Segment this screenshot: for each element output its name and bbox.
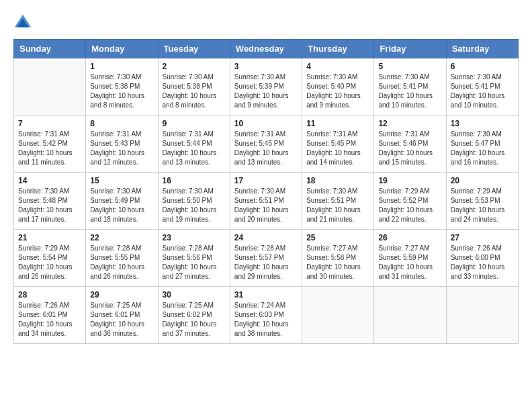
day-cell: 26Sunrise: 7:27 AMSunset: 5:59 PMDayligh… (374, 230, 446, 287)
day-number: 28 (18, 290, 81, 300)
day-cell: 27Sunrise: 7:26 AMSunset: 6:00 PMDayligh… (446, 230, 518, 287)
day-info: Sunrise: 7:31 AMSunset: 5:44 PMDaylight:… (163, 130, 226, 167)
dow-sunday: Sunday (14, 40, 86, 58)
day-number: 30 (163, 290, 226, 300)
day-cell: 2Sunrise: 7:30 AMSunset: 5:38 PMDaylight… (158, 58, 230, 116)
week-row-1: 1Sunrise: 7:30 AMSunset: 5:38 PMDaylight… (14, 58, 519, 116)
day-number: 25 (306, 233, 369, 242)
week-row-5: 28Sunrise: 7:26 AMSunset: 6:01 PMDayligh… (14, 287, 519, 344)
day-cell: 29Sunrise: 7:25 AMSunset: 6:01 PMDayligh… (86, 287, 158, 344)
day-number: 12 (378, 119, 441, 128)
day-cell: 28Sunrise: 7:26 AMSunset: 6:01 PMDayligh… (14, 287, 86, 344)
day-number: 6 (451, 62, 514, 71)
day-cell: 5Sunrise: 7:30 AMSunset: 5:41 PMDaylight… (374, 58, 446, 116)
day-info: Sunrise: 7:30 AMSunset: 5:50 PMDaylight:… (163, 187, 226, 224)
day-number: 24 (234, 233, 298, 242)
day-info: Sunrise: 7:29 AMSunset: 5:52 PMDaylight:… (378, 187, 441, 224)
day-number: 7 (18, 119, 81, 128)
logo (13, 13, 35, 32)
day-cell: 14Sunrise: 7:30 AMSunset: 5:48 PMDayligh… (14, 173, 86, 230)
day-info: Sunrise: 7:25 AMSunset: 6:01 PMDaylight:… (90, 301, 153, 338)
day-cell: 24Sunrise: 7:28 AMSunset: 5:57 PMDayligh… (230, 230, 302, 287)
day-number: 21 (18, 233, 81, 242)
page-header (13, 13, 519, 32)
dow-wednesday: Wednesday (230, 40, 302, 58)
dow-monday: Monday (86, 40, 158, 58)
day-cell: 30Sunrise: 7:25 AMSunset: 6:02 PMDayligh… (158, 287, 230, 344)
days-of-week-header: SundayMondayTuesdayWednesdayThursdayFrid… (14, 40, 519, 58)
day-cell: 1Sunrise: 7:30 AMSunset: 5:38 PMDaylight… (86, 58, 158, 116)
calendar-body: 1Sunrise: 7:30 AMSunset: 5:38 PMDaylight… (14, 58, 519, 344)
day-cell: 10Sunrise: 7:31 AMSunset: 5:45 PMDayligh… (230, 116, 302, 173)
day-cell: 12Sunrise: 7:31 AMSunset: 5:46 PMDayligh… (374, 116, 446, 173)
day-info: Sunrise: 7:30 AMSunset: 5:51 PMDaylight:… (306, 187, 369, 224)
day-number: 15 (90, 176, 153, 185)
day-cell: 18Sunrise: 7:30 AMSunset: 5:51 PMDayligh… (302, 173, 374, 230)
day-cell: 25Sunrise: 7:27 AMSunset: 5:58 PMDayligh… (302, 230, 374, 287)
day-info: Sunrise: 7:30 AMSunset: 5:41 PMDaylight:… (451, 73, 514, 110)
day-cell: 3Sunrise: 7:30 AMSunset: 5:39 PMDaylight… (230, 58, 302, 116)
calendar-table: SundayMondayTuesdayWednesdayThursdayFrid… (13, 39, 519, 344)
day-cell (446, 287, 518, 344)
dow-friday: Friday (374, 40, 446, 58)
day-cell: 19Sunrise: 7:29 AMSunset: 5:52 PMDayligh… (374, 173, 446, 230)
day-number: 16 (163, 176, 226, 185)
week-row-3: 14Sunrise: 7:30 AMSunset: 5:48 PMDayligh… (14, 173, 519, 230)
day-cell: 23Sunrise: 7:28 AMSunset: 5:56 PMDayligh… (158, 230, 230, 287)
day-info: Sunrise: 7:31 AMSunset: 5:46 PMDaylight:… (378, 130, 441, 167)
day-cell: 22Sunrise: 7:28 AMSunset: 5:55 PMDayligh… (86, 230, 158, 287)
day-info: Sunrise: 7:24 AMSunset: 6:03 PMDaylight:… (234, 301, 298, 338)
day-info: Sunrise: 7:29 AMSunset: 5:54 PMDaylight:… (18, 244, 81, 281)
day-info: Sunrise: 7:30 AMSunset: 5:41 PMDaylight:… (378, 73, 441, 110)
day-cell: 8Sunrise: 7:31 AMSunset: 5:43 PMDaylight… (86, 116, 158, 173)
day-info: Sunrise: 7:30 AMSunset: 5:51 PMDaylight:… (234, 187, 298, 224)
day-info: Sunrise: 7:30 AMSunset: 5:38 PMDaylight:… (163, 73, 226, 110)
day-info: Sunrise: 7:31 AMSunset: 5:45 PMDaylight:… (234, 130, 298, 167)
day-info: Sunrise: 7:30 AMSunset: 5:49 PMDaylight:… (90, 187, 153, 224)
day-number: 13 (451, 119, 514, 128)
day-info: Sunrise: 7:26 AMSunset: 6:00 PMDaylight:… (451, 244, 514, 281)
day-cell: 7Sunrise: 7:31 AMSunset: 5:42 PMDaylight… (14, 116, 86, 173)
day-number: 10 (234, 119, 298, 128)
week-row-4: 21Sunrise: 7:29 AMSunset: 5:54 PMDayligh… (14, 230, 519, 287)
day-info: Sunrise: 7:30 AMSunset: 5:47 PMDaylight:… (451, 130, 514, 167)
day-cell: 20Sunrise: 7:29 AMSunset: 5:53 PMDayligh… (446, 173, 518, 230)
day-info: Sunrise: 7:30 AMSunset: 5:39 PMDaylight:… (234, 73, 298, 110)
day-cell: 4Sunrise: 7:30 AMSunset: 5:40 PMDaylight… (302, 58, 374, 116)
day-info: Sunrise: 7:31 AMSunset: 5:43 PMDaylight:… (90, 130, 153, 167)
day-cell (302, 287, 374, 344)
day-number: 20 (451, 176, 514, 185)
day-info: Sunrise: 7:30 AMSunset: 5:48 PMDaylight:… (18, 187, 81, 224)
day-cell: 6Sunrise: 7:30 AMSunset: 5:41 PMDaylight… (446, 58, 518, 116)
day-number: 26 (378, 233, 441, 242)
day-number: 3 (234, 62, 298, 71)
day-number: 23 (163, 233, 226, 242)
day-cell: 11Sunrise: 7:31 AMSunset: 5:45 PMDayligh… (302, 116, 374, 173)
day-info: Sunrise: 7:31 AMSunset: 5:45 PMDaylight:… (306, 130, 369, 167)
day-number: 31 (234, 290, 298, 300)
day-number: 27 (451, 233, 514, 242)
day-number: 18 (306, 176, 369, 185)
day-info: Sunrise: 7:27 AMSunset: 5:58 PMDaylight:… (306, 244, 369, 281)
day-cell: 17Sunrise: 7:30 AMSunset: 5:51 PMDayligh… (230, 173, 302, 230)
day-cell: 15Sunrise: 7:30 AMSunset: 5:49 PMDayligh… (86, 173, 158, 230)
day-number: 22 (90, 233, 153, 242)
day-number: 9 (163, 119, 226, 128)
day-number: 4 (306, 62, 369, 71)
day-cell: 21Sunrise: 7:29 AMSunset: 5:54 PMDayligh… (14, 230, 86, 287)
day-info: Sunrise: 7:27 AMSunset: 5:59 PMDaylight:… (378, 244, 441, 281)
day-info: Sunrise: 7:28 AMSunset: 5:56 PMDaylight:… (163, 244, 226, 281)
day-info: Sunrise: 7:31 AMSunset: 5:42 PMDaylight:… (18, 130, 81, 167)
day-number: 14 (18, 176, 81, 185)
day-cell (14, 58, 86, 116)
day-info: Sunrise: 7:26 AMSunset: 6:01 PMDaylight:… (18, 301, 81, 338)
day-cell: 16Sunrise: 7:30 AMSunset: 5:50 PMDayligh… (158, 173, 230, 230)
day-number: 11 (306, 119, 369, 128)
day-cell: 13Sunrise: 7:30 AMSunset: 5:47 PMDayligh… (446, 116, 518, 173)
day-info: Sunrise: 7:29 AMSunset: 5:53 PMDaylight:… (451, 187, 514, 224)
day-number: 19 (378, 176, 441, 185)
dow-thursday: Thursday (302, 40, 374, 58)
dow-tuesday: Tuesday (158, 40, 230, 58)
week-row-2: 7Sunrise: 7:31 AMSunset: 5:42 PMDaylight… (14, 116, 519, 173)
day-info: Sunrise: 7:28 AMSunset: 5:57 PMDaylight:… (234, 244, 298, 281)
